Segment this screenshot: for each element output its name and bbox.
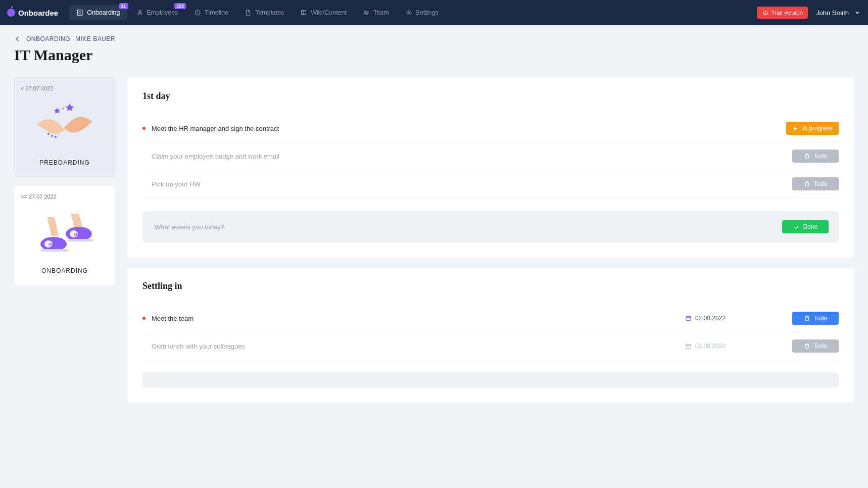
brand-name: Onboardee xyxy=(18,9,58,17)
clipboard-icon xyxy=(804,153,811,160)
svg-rect-25 xyxy=(686,344,691,348)
page-header: ONBOARDING MIKE BAUER IT Manager xyxy=(0,25,868,70)
task-text: Pick up your HW xyxy=(152,180,786,188)
phase-date: >= 27.07.2022 xyxy=(21,193,57,200)
section-1st-day: 1st day Meet the HR manager and sign the… xyxy=(127,78,854,258)
handshake-illustration xyxy=(29,96,100,152)
status-button-done[interactable]: Done xyxy=(782,220,829,233)
status-button-todo[interactable]: Todo xyxy=(792,339,839,353)
nav-items: Onboarding 11 Employees 152 Timeline Tem… xyxy=(69,5,446,20)
phase-sidebar: < 27.07.2022 PREBOARDING >= 27.07.2022 xyxy=(14,78,115,285)
svg-point-5 xyxy=(408,12,410,14)
svg-point-7 xyxy=(51,135,53,137)
priority-dot-icon xyxy=(142,127,146,130)
done-task-row[interactable]: What awaits you today? Done xyxy=(142,211,839,242)
phase-card-onboarding[interactable]: >= 27.07.2022 O O ONBOARDING xyxy=(14,186,115,285)
task-row[interactable]: Pick up your HW Todo xyxy=(142,170,839,198)
task-date: 02.08.2022 xyxy=(685,315,726,322)
svg-point-11 xyxy=(66,227,92,241)
svg-rect-15 xyxy=(68,239,93,241)
user-icon xyxy=(136,9,143,16)
svg-rect-22 xyxy=(686,316,691,320)
date-text: 02.08.2022 xyxy=(695,315,726,322)
chevron-down-icon xyxy=(854,9,861,16)
task-text: Grab lunch with your colleagues xyxy=(152,343,679,350)
book-icon xyxy=(300,9,307,16)
power-icon xyxy=(762,9,769,16)
main-layout: < 27.07.2022 PREBOARDING >= 27.07.2022 xyxy=(0,70,868,423)
page-title: IT Manager xyxy=(14,46,854,64)
breadcrumb-parent[interactable]: ONBOARDING xyxy=(26,35,70,42)
section-title: 1st day xyxy=(142,91,839,102)
trial-label: Trial version xyxy=(771,10,803,16)
user-name: John Smith xyxy=(816,9,849,17)
nav-badge: 152 xyxy=(174,3,186,9)
section-settling-in: Settling in Meet the team 02.08.2022 Tod… xyxy=(127,268,854,403)
top-nav: Onboardee Onboarding 11 Employees 152 Ti… xyxy=(0,0,868,25)
section-title: Settling in xyxy=(142,281,839,291)
calendar-icon xyxy=(685,343,692,350)
status-label: Todo xyxy=(814,343,827,350)
clipboard-icon xyxy=(804,315,811,322)
task-row[interactable]: Grab lunch with your colleagues 02.08.20… xyxy=(142,332,839,360)
svg-text:O: O xyxy=(74,232,77,237)
nav-settings[interactable]: Settings xyxy=(398,5,446,20)
breadcrumb-child[interactable]: MIKE BAUER xyxy=(75,35,115,42)
priority-dot-icon xyxy=(142,317,146,320)
nav-timeline[interactable]: Timeline xyxy=(187,5,235,20)
nav-label: Employees xyxy=(147,9,178,16)
task-date: 02.08.2022 xyxy=(685,343,726,350)
status-label: Done xyxy=(803,223,818,230)
task-row[interactable]: Claim your employee badge and work email… xyxy=(142,142,839,170)
main-column: 1st day Meet the HR manager and sign the… xyxy=(127,78,854,403)
clipboard-icon xyxy=(804,343,811,350)
document-icon xyxy=(245,9,252,16)
status-label: Todo xyxy=(814,180,827,187)
breadcrumb: ONBOARDING MIKE BAUER xyxy=(14,35,854,42)
empty-done-block xyxy=(142,372,839,387)
user-menu[interactable]: John Smith xyxy=(816,9,861,17)
status-button-in-progress[interactable]: In progress xyxy=(786,122,839,135)
task-row[interactable]: Meet the HR manager and sign the contrac… xyxy=(142,115,839,142)
walking-illustration: O O xyxy=(29,205,100,260)
nav-employees[interactable]: Employees 152 xyxy=(129,5,185,20)
nav-onboarding[interactable]: Onboarding 11 xyxy=(69,5,127,20)
status-label: Todo xyxy=(814,153,827,160)
nav-label: Onboarding xyxy=(87,9,120,16)
nav-label: Templates xyxy=(255,9,284,16)
clock-icon xyxy=(194,9,201,16)
team-icon xyxy=(363,9,370,16)
task-text: What awaits you today? xyxy=(155,223,782,231)
nav-templates[interactable]: Templates xyxy=(237,5,291,20)
task-text: Meet the team xyxy=(152,315,679,322)
status-button-todo[interactable]: Todo xyxy=(792,150,839,163)
back-arrow-icon[interactable] xyxy=(14,35,21,42)
nav-badge: 11 xyxy=(119,3,128,9)
clipboard-icon xyxy=(804,180,811,187)
status-label: In progress xyxy=(802,125,833,132)
svg-point-3 xyxy=(364,11,366,13)
nav-label: Settings xyxy=(416,9,439,16)
priority-dot-icon xyxy=(142,182,146,185)
logo[interactable]: Onboardee xyxy=(7,9,58,17)
svg-text:O: O xyxy=(49,242,52,247)
calendar-icon xyxy=(685,315,692,322)
nav-wiki[interactable]: Wiki/Content xyxy=(293,5,354,20)
trial-version-button[interactable]: Trial version xyxy=(757,7,808,19)
phase-date: < 27.07.2022 xyxy=(21,85,54,91)
svg-point-4 xyxy=(367,12,368,13)
logo-icon xyxy=(7,9,15,17)
svg-point-8 xyxy=(55,136,57,138)
status-button-todo[interactable]: Todo xyxy=(792,312,839,325)
check-icon xyxy=(793,223,800,230)
nav-team[interactable]: Team xyxy=(356,5,396,20)
gear-icon xyxy=(405,9,412,16)
status-button-todo[interactable]: Todo xyxy=(792,177,839,190)
svg-rect-0 xyxy=(77,10,82,16)
nav-label: Wiki/Content xyxy=(311,9,347,16)
task-text: Claim your employee badge and work email xyxy=(152,153,786,160)
task-row[interactable]: Meet the team 02.08.2022 Todo xyxy=(142,305,839,332)
svg-point-1 xyxy=(138,10,140,12)
phase-card-preboarding[interactable]: < 27.07.2022 PREBOARDING xyxy=(14,78,115,177)
play-icon xyxy=(792,125,799,132)
